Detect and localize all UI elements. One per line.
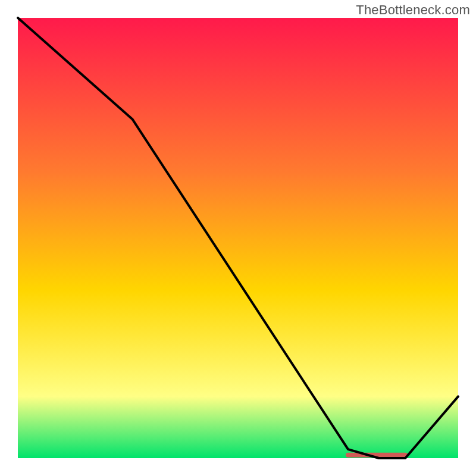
chart-stage: TheBottleneck.com	[0, 0, 476, 476]
heatmap-background	[18, 18, 458, 458]
bottleneck-chart	[0, 0, 476, 476]
